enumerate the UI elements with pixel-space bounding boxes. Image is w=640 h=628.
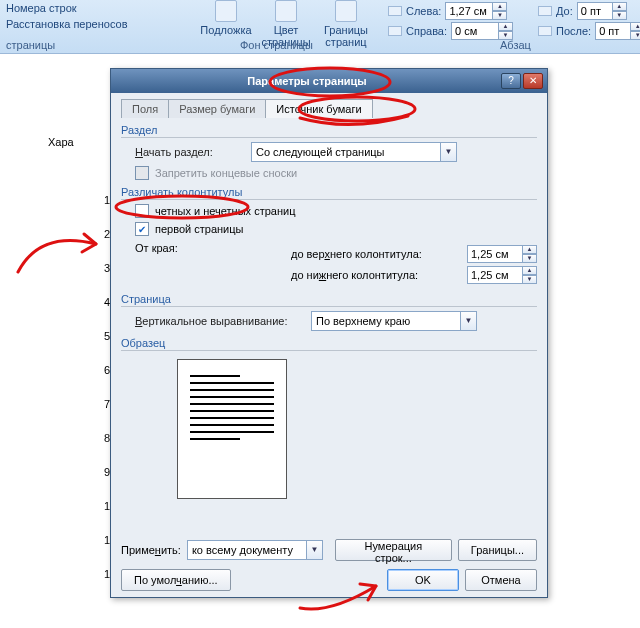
page-setup-dialog: Параметры страницы ? ✕ Поля Размер бумаг… [110,68,548,598]
ribbon-line-numbers[interactable]: Номера строк [6,2,116,14]
spacing-after-spinner[interactable]: ▲▼ [595,22,640,40]
odd-even-checkbox[interactable] [135,204,149,218]
indent-right-spinner[interactable]: ▲▼ [451,22,513,40]
ok-button[interactable]: OK [387,569,459,591]
suppress-endnotes-checkbox [135,166,149,180]
chevron-down-icon[interactable]: ▼ [441,142,457,162]
indent-left-spinner[interactable]: ▲▼ [445,2,507,20]
preview-legend: Образец [121,337,537,351]
group-paragraph: Абзац [500,39,531,51]
spacing-before-row: До: ▲▼ [538,2,627,20]
group-page-background: Фон страницы [240,39,313,51]
headers-legend: Различать колонтитулы [121,186,537,200]
apply-to-label: Применить: [121,544,181,556]
first-page-checkbox[interactable] [135,222,149,236]
indent-right-icon [388,26,402,36]
suppress-endnotes-label: Запретить концевые сноски [155,167,297,179]
spacing-after-label: После: [556,25,591,37]
dialog-titlebar[interactable]: Параметры страницы ? ✕ [111,69,547,93]
indent-left-label: Слева: [406,5,441,17]
borders-button[interactable]: Границы... [458,539,537,561]
start-section-combo[interactable]: ▼ [251,142,457,162]
ribbon-watermark[interactable]: Подложка [196,0,256,36]
doc-text: Хара [48,136,74,148]
start-section-label: Начать раздел: [135,146,245,158]
line-numbers-button[interactable]: Нумерация строк... [335,539,452,561]
spacing-before-label: До: [556,5,573,17]
page-legend: Страница [121,293,537,307]
spacing-after-row: После: ▲▼ [538,22,640,40]
apply-to-combo[interactable]: ▼ [187,540,323,560]
ribbon-borders[interactable]: Границы страниц [316,0,376,48]
indent-left-icon [388,6,402,16]
close-button[interactable]: ✕ [523,73,543,89]
spacing-before-icon [538,6,552,16]
preview-thumbnail [177,359,287,499]
header-distance-spinner[interactable]: ▲▼ [467,245,537,263]
tab-fields[interactable]: Поля [121,99,169,118]
chevron-down-icon[interactable]: ▼ [307,540,323,560]
spacing-after-icon [538,26,552,36]
valign-combo[interactable]: ▼ [311,311,477,331]
odd-even-label: четных и нечетных страниц [155,205,295,217]
indent-right-label: Справа: [406,25,447,37]
chevron-down-icon[interactable]: ▼ [461,311,477,331]
footer-distance-spinner[interactable]: ▲▼ [467,266,537,284]
tab-paper-source[interactable]: Источник бумаги [266,99,372,118]
first-page-label: первой страницы [155,223,243,235]
tab-paper-size[interactable]: Размер бумаги [169,99,266,118]
cancel-button[interactable]: Отмена [465,569,537,591]
footer-distance-label: до нижнего колонтитула: [291,269,461,281]
spacing-before-spinner[interactable]: ▲▼ [577,2,627,20]
ribbon-hyphenation[interactable]: Расстановка переносов [6,18,156,30]
from-edge-label: От края: [135,242,245,287]
default-button[interactable]: По умолчанию... [121,569,231,591]
section-legend: Раздел [121,124,537,138]
indent-right-row: Справа: ▲▼ [388,22,513,40]
help-button[interactable]: ? [501,73,521,89]
indent-left-row: Слева: ▲▼ [388,2,507,20]
valign-label: Вертикальное выравнивание: [135,315,305,327]
dialog-tabs: Поля Размер бумаги Источник бумаги [121,99,537,118]
ribbon: Номера строк Расстановка переносов стран… [0,0,640,54]
dialog-title: Параметры страницы [115,75,499,87]
header-distance-label: до верхнего колонтитула: [291,248,461,260]
group-page-setup: страницы [6,39,55,51]
